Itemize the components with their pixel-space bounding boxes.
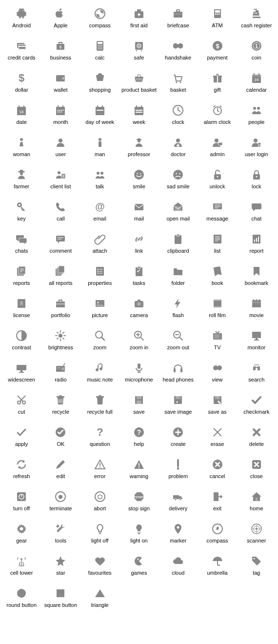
icon-cell-atm[interactable]: ATM (198, 4, 237, 36)
icon-cell-openmail[interactable]: open mail (159, 197, 198, 229)
icon-cell-week[interactable]: week (119, 101, 159, 133)
icon-cell-clipboard[interactable]: clipboard (159, 229, 198, 262)
icon-cell-save[interactable]: save (119, 390, 159, 423)
icon-cell-calendar[interactable]: calendar (237, 68, 276, 101)
icon-cell-zoomout[interactable]: zoom out (159, 326, 198, 358)
icon-cell-briefcase[interactable]: briefcase (159, 4, 198, 36)
icon-cell-userlogin[interactable]: user login (237, 133, 276, 165)
icon-cell-date[interactable]: date (2, 101, 41, 133)
icon-cell-headphones[interactable]: head phones (159, 358, 198, 390)
icon-cell-square[interactable]: square button (41, 584, 80, 616)
icon-cell-widescreen[interactable]: widescreen (2, 358, 41, 390)
icon-cell-ok[interactable]: OK (41, 423, 80, 455)
icon-cell-call[interactable]: call (41, 197, 80, 229)
icon-cell-farmer[interactable]: farmer (2, 165, 41, 197)
icon-cell-home[interactable]: home (237, 487, 276, 519)
icon-cell-email[interactable]: email (80, 197, 119, 229)
icon-cell-basket[interactable]: basket (159, 68, 198, 101)
icon-cell-rollfilm[interactable]: roll film (198, 294, 237, 326)
icon-cell-error[interactable]: error (80, 455, 119, 487)
icon-cell-question[interactable]: question (80, 423, 119, 455)
icon-cell-problem[interactable]: problem (159, 455, 198, 487)
icon-cell-gear[interactable]: gear (2, 519, 41, 551)
icon-cell-stopsign[interactable]: stop sign (119, 487, 159, 519)
icon-cell-unlock[interactable]: unlock (198, 165, 237, 197)
icon-cell-music[interactable]: music note (80, 358, 119, 390)
icon-cell-report[interactable]: report (237, 229, 276, 262)
icon-cell-coin[interactable]: coin (237, 36, 276, 68)
icon-cell-wallet[interactable]: wallet (41, 68, 80, 101)
icon-cell-turnoff[interactable]: turn off (2, 487, 41, 519)
icon-cell-tasks[interactable]: tasks (119, 262, 159, 294)
icon-cell-professor[interactable]: professor (119, 133, 159, 165)
icon-cell-triangle[interactable]: triangle (80, 584, 119, 616)
icon-cell-clientlist[interactable]: client list (41, 165, 80, 197)
icon-cell-contrast[interactable]: contrast (2, 326, 41, 358)
icon-cell-search[interactable]: search (237, 358, 276, 390)
icon-cell-chats[interactable]: chats (2, 229, 41, 262)
icon-cell-checkmark[interactable]: checkmark (237, 390, 276, 423)
icon-cell-gift[interactable]: gift (198, 68, 237, 101)
icon-cell-cloud[interactable]: cloud (159, 551, 198, 584)
icon-cell-create[interactable]: create (159, 423, 198, 455)
icon-cell-license[interactable]: license (2, 294, 41, 326)
icon-cell-recyclefull[interactable]: recycle full (80, 390, 119, 423)
icon-cell-alarm[interactable]: alarm clock (198, 101, 237, 133)
icon-cell-exit[interactable]: exit (198, 487, 237, 519)
icon-cell-lighton[interactable]: light on (119, 519, 159, 551)
icon-cell-delivery[interactable]: delivery (159, 487, 198, 519)
icon-cell-compass2[interactable]: compass (198, 519, 237, 551)
icon-cell-terminate[interactable]: terminate (41, 487, 80, 519)
icon-cell-apple[interactable]: Apple (41, 4, 80, 36)
icon-cell-people[interactable]: people (237, 101, 276, 133)
icon-cell-bookmark[interactable]: bookmark (237, 262, 276, 294)
icon-cell-comment[interactable]: comment (41, 229, 80, 262)
icon-cell-pbasket[interactable]: product basket (119, 68, 159, 101)
icon-cell-smile[interactable]: smile (119, 165, 159, 197)
icon-cell-marker[interactable]: marker (159, 519, 198, 551)
icon-cell-clock[interactable]: clock (159, 101, 198, 133)
icon-cell-reports[interactable]: reports (2, 262, 41, 294)
icon-cell-attach[interactable]: attach (80, 229, 119, 262)
icon-cell-mic[interactable]: microphone (119, 358, 159, 390)
icon-cell-umbrella[interactable]: umbrella (198, 551, 237, 584)
icon-cell-folder[interactable]: folder (159, 262, 198, 294)
icon-cell-key[interactable]: key (2, 197, 41, 229)
icon-cell-tv[interactable]: TV (198, 326, 237, 358)
icon-cell-tools[interactable]: tools (41, 519, 80, 551)
icon-cell-zoom[interactable]: zoom (80, 326, 119, 358)
icon-cell-recycle[interactable]: recycle (41, 390, 80, 423)
icon-cell-business[interactable]: business (41, 36, 80, 68)
icon-cell-message[interactable]: message (198, 197, 237, 229)
icon-cell-apply[interactable]: apply (2, 423, 41, 455)
icon-cell-zoomin[interactable]: zoom in (119, 326, 159, 358)
icon-cell-book[interactable]: book (198, 262, 237, 294)
icon-cell-handshake[interactable]: handshake (159, 36, 198, 68)
icon-cell-flash[interactable]: flash (159, 294, 198, 326)
icon-cell-cut[interactable]: cut (2, 390, 41, 423)
icon-cell-user[interactable]: user (41, 133, 80, 165)
icon-cell-payment[interactable]: payment (198, 36, 237, 68)
icon-cell-heart[interactable]: favourites (80, 551, 119, 584)
icon-cell-month[interactable]: month (41, 101, 80, 133)
icon-cell-cancel[interactable]: cancel (198, 455, 237, 487)
icon-cell-saveas[interactable]: save as (198, 390, 237, 423)
icon-cell-erase[interactable]: erase (198, 423, 237, 455)
icon-cell-allreports[interactable]: all reports (41, 262, 80, 294)
icon-cell-link[interactable]: link (119, 229, 159, 262)
icon-cell-lightoff[interactable]: light off (80, 519, 119, 551)
icon-cell-man[interactable]: man (80, 133, 119, 165)
icon-cell-warning[interactable]: warning (119, 455, 159, 487)
icon-cell-cashreg[interactable]: cash register (237, 4, 276, 36)
icon-cell-android[interactable]: Android (2, 4, 41, 36)
icon-cell-delete[interactable]: delete (237, 423, 276, 455)
icon-cell-camera[interactable]: camera (119, 294, 159, 326)
icon-cell-abort[interactable]: abort (80, 487, 119, 519)
icon-cell-games[interactable]: games (119, 551, 159, 584)
icon-cell-safe[interactable]: safe (119, 36, 159, 68)
icon-cell-firstaid[interactable]: first aid (119, 4, 159, 36)
icon-cell-talk[interactable]: talk (80, 165, 119, 197)
icon-cell-tag[interactable]: tag (237, 551, 276, 584)
icon-cell-compass[interactable]: compass (80, 4, 119, 36)
icon-cell-movie[interactable]: movie (237, 294, 276, 326)
